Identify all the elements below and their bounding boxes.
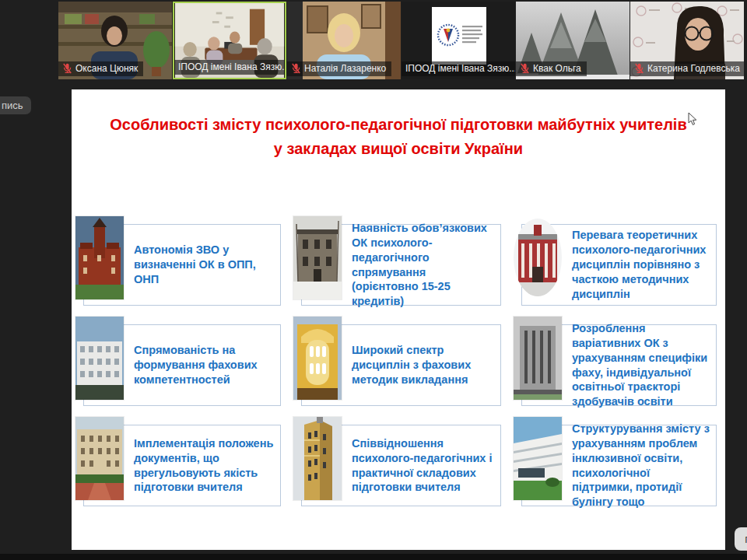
participant-tile-6[interactable]: Катерина Годлевська [630,2,744,79]
mic-muted-icon [291,63,301,74]
building-photo-yellow-ornate-facade [293,317,342,400]
participant-name-bar: Катерина Годлевська [630,61,744,76]
recording-chip[interactable]: пись [0,96,31,114]
mouse-cursor [688,112,697,129]
building-photo-winter-old-building [293,216,342,299]
slide-item-9: Структурування змісту з урахуванням проб… [514,417,720,509]
mic-muted-icon [634,63,644,74]
participant-name: ІПООД імені Івана Зязю... [405,63,515,74]
participant-tile-1[interactable]: Оксана Цюняк [58,2,172,79]
slide-item-1: Автономія ЗВО у визначенні ОК в ОПП, ОНП [75,216,284,308]
participant-name: Оксана Цюняк [75,63,138,74]
participant-name: Катерина Годлевська [647,63,740,74]
participant-name: Квак Ольга [533,63,581,74]
bottom-bar [0,554,747,560]
slide-item-text: Співвідношення психолого-педагогічних і … [352,436,494,495]
building-photo-white-building [75,317,124,400]
building-photo-grey-highrise [514,317,562,400]
participant-name: Наталія Лазаренко [304,63,386,74]
slide-item-text: Імплементація положень документів, що вр… [134,436,274,495]
mic-muted-icon [62,63,72,74]
corner-button-partial[interactable]: п [735,527,747,551]
participant-tile-4[interactable]: ІПООД імені Івана Зязю... [402,2,515,79]
slide-item-text: Перевага теоретичних психолого-педагогіч… [572,228,710,301]
building-photo-modern-white-building [514,417,562,500]
building-photo-red-castle [75,216,124,299]
recording-chip-label: пись [2,100,23,111]
participant-name-bar: Оксана Цюняк [58,61,143,76]
slide-item-text: Широкий спектр дисциплін з фахових метод… [352,343,494,387]
slide-item-text: Спрямованість на формування фахових комп… [134,343,274,387]
shared-screen-slide: Особливості змісту психолого-педагогічно… [72,89,725,550]
participant-name-bar: ІПООД імені Івана Зязю... [402,61,515,76]
participant-name-bar: ІПООД імені Івана Зязю... [174,60,286,75]
participant-name-bar: Наталія Лазаренко [287,61,391,76]
slide-grid: Автономія ЗВО у визначенні ОК в ОПП, ОНП [75,216,720,509]
slide-item-text: Наявність обов’язкових ОК психолого-педа… [352,221,494,309]
building-photo-stone-tower-corner [293,417,342,500]
building-photo-beige-campus: Імплементація положень документів, що вр… [75,417,284,509]
slide-item-text: Структурування змісту з урахуванням проб… [572,422,710,509]
participant-tile-3[interactable]: Наталія Лазаренко [287,2,401,79]
building-photo-red-white-facade [514,219,562,296]
building-photo-beige-campus [75,417,124,500]
participant-name: ІПООД імені Івана Зязю... [178,61,286,72]
slide-item-4: Спрямованість на формування фахових комп… [75,317,284,408]
slide-item-2: Наявність обов’язкових ОК психолого-педа… [293,216,504,308]
slide-item-text: Розроблення варіативних ОК з урахуванням… [572,321,710,409]
slide-item-5: Широкий спектр дисциплін з фахових метод… [293,317,504,408]
participant-name-bar: Квак Ольга [516,61,587,76]
slide-item-3: Перевага теоретичних психолого-педагогіч… [514,216,720,308]
participant-strip: Оксана Цюняк ІПООД імені Івана Зязю... [58,2,744,79]
participant-tile-2[interactable]: ІПООД імені Івана Зязю... [173,2,286,79]
slide-item-text: Автономія ЗВО у визначенні ОК в ОПП, ОНП [134,243,274,287]
mic-muted-icon [520,63,530,74]
participant-tile-5[interactable]: Квак Ольга [516,2,630,79]
slide-title: Особливості змісту психолого-педагогічно… [72,89,725,161]
slide-item-8: Співвідношення психолого-педагогічних і … [293,417,504,509]
slide-item-6: Розроблення варіативних ОК з урахуванням… [514,317,720,408]
